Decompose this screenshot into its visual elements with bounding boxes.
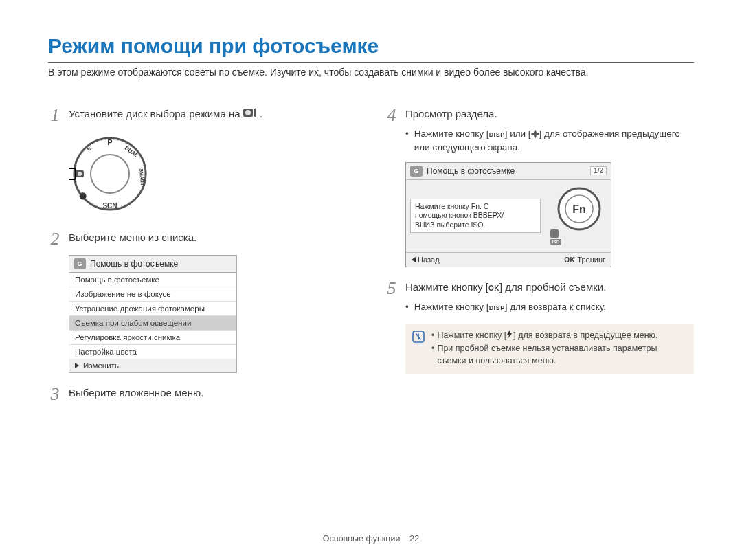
step-1-before: Установите диск выбора режима на	[69, 108, 243, 120]
disp-icon: DISP	[489, 304, 505, 311]
svg-point-12	[78, 172, 82, 176]
screen-pager: 1/2	[590, 166, 607, 175]
bullet-dot	[405, 300, 410, 314]
menu-row: Регулировка яркости снимка	[69, 331, 236, 345]
screen-header-label: Помощь в фотосъемке	[427, 166, 515, 176]
screen-body: Нажмите кнопку Fn. С помощью кнопок ВВВЕ…	[406, 180, 611, 252]
screen-line: помощью кнопок ВВВЕРХ/	[415, 211, 536, 221]
right-column: 4 Просмотр раздела. Нажмите кнопку [DISP…	[385, 94, 694, 403]
s5-after: ] для пробной съемки.	[499, 281, 606, 293]
step-4: 4 Просмотр раздела.	[385, 107, 694, 124]
screen-line: ВНИЗ выберите ISO.	[415, 221, 536, 230]
step-5-bullet: Нажмите кнопку [DISP] для возврата к спи…	[405, 300, 694, 314]
step-1: 1 Установите диск выбора режима на .	[48, 107, 357, 124]
triangle-right-icon	[75, 363, 79, 368]
screen-instruction-text: Нажмите кнопку Fn. С помощью кнопок ВВВЕ…	[410, 199, 541, 234]
step-number: 2	[48, 230, 62, 248]
title-underline	[48, 62, 694, 63]
step-number: 1	[48, 107, 62, 124]
screen-header: G Помощь в фотосъемке 1/2	[406, 163, 611, 180]
screen-footer: Назад OK Тренинг	[406, 252, 611, 267]
s5-bullet-before: Нажмите кнопку [	[414, 302, 489, 312]
note-line-1: Нажмите кнопку [] для возврата в предыду…	[431, 329, 687, 342]
svg-point-1	[245, 110, 251, 115]
triangle-left-icon	[412, 257, 416, 262]
step-5-text: Нажмите кнопку [OK] для пробной съемки.	[405, 280, 606, 295]
note-box: Нажмите кнопку [] для возврата в предыду…	[405, 324, 694, 374]
screen-train-label: Тренинг	[577, 256, 605, 264]
menu-row-selected: Съемка при слабом освещении	[69, 316, 236, 331]
note-l1-after: ] для возврата в предыдущее меню.	[513, 331, 657, 340]
screen-line: Нажмите кнопку Fn. С	[415, 202, 536, 212]
bullet-dot	[405, 127, 410, 155]
screen-fn-graphic: Fn ISO	[545, 184, 607, 248]
step-4-text: Просмотр раздела.	[405, 107, 497, 122]
s4-bullet-mid: ] или [	[505, 128, 531, 139]
step-5: 5 Нажмите кнопку [OK] для пробной съемки…	[385, 280, 694, 298]
menu-footer: Изменить	[69, 359, 236, 372]
svg-point-4	[91, 155, 129, 193]
step-4-bullet: Нажмите кнопку [DISP] или [] для отображ…	[405, 127, 694, 155]
menu-list-screenshot: G Помощь в фотосъемке Помощь в фотосъемк…	[69, 255, 237, 373]
ok-icon: OK	[488, 284, 499, 292]
step-3-text: Выберите вложенное меню.	[69, 385, 203, 401]
svg-text:P: P	[107, 138, 112, 146]
macro-flower-icon	[531, 130, 539, 138]
footer-page: 22	[409, 534, 419, 544]
step-number: 4	[385, 107, 398, 124]
screen-back-label: Назад	[418, 256, 440, 264]
menu-row: Помощь в фотосъемке	[69, 273, 236, 287]
mode-dial-illustration: P DUAL SMART SCN ⬤ ↯	[69, 133, 357, 218]
s5-before: Нажмите кнопку [	[405, 281, 488, 293]
step-2: 2 Выберите меню из списка.	[48, 230, 357, 248]
flash-icon	[506, 329, 513, 341]
s5-bullet-after: ] для возврата к списку.	[505, 302, 606, 312]
menu-row: Настройка цвета	[69, 345, 236, 359]
page-title: Режим помощи при фотосъемке	[48, 34, 694, 62]
s4-bullet-before: Нажмите кнопку [	[414, 128, 489, 139]
disp-icon: DISP	[489, 131, 505, 138]
ok-icon: OK	[564, 256, 575, 264]
note-l1-before: Нажмите кнопку [	[437, 331, 506, 340]
note-list: Нажмите кнопку [] для возврата в предыду…	[431, 329, 687, 367]
menu-row: Изображение не в фокусе	[69, 287, 236, 302]
svg-text:⬤: ⬤	[79, 192, 87, 200]
intro-text: В этом режиме отображаются советы по съе…	[48, 67, 694, 78]
step-number: 5	[385, 280, 398, 298]
menu-header: G Помощь в фотосъемке	[69, 256, 236, 273]
guide-mode-icon	[243, 107, 257, 123]
svg-text:ISO: ISO	[552, 240, 560, 244]
page-footer: Основные функции 22	[0, 534, 742, 544]
menu-header-label: Помощь в фотосъемке	[90, 259, 178, 269]
footer-section: Основные функции	[323, 534, 401, 544]
svg-text:SCN: SCN	[102, 202, 117, 210]
note-l2-text: При пробной съемке нельзя устанавливать …	[437, 342, 687, 367]
guide-icon: G	[410, 166, 423, 177]
step-1-text: Установите диск выбора режима на .	[69, 107, 262, 122]
guide-icon: G	[74, 258, 86, 269]
step-1-after: .	[260, 108, 262, 120]
step-3: 3 Выберите вложенное меню.	[48, 385, 357, 403]
menu-row: Устранение дрожания фотокамеры	[69, 302, 236, 316]
menu-footer-label: Изменить	[83, 361, 119, 370]
step-2-text: Выберите меню из списка.	[69, 230, 196, 246]
step-number: 3	[48, 385, 62, 403]
guide-screen-preview: G Помощь в фотосъемке 1/2 Нажмите кнопку…	[405, 162, 611, 267]
left-column: 1 Установите диск выбора режима на .	[48, 94, 357, 403]
note-line-2: При пробной съемке нельзя устанавливать …	[431, 342, 687, 367]
svg-text:Fn: Fn	[572, 203, 586, 215]
note-info-icon	[412, 331, 425, 367]
svg-rect-17	[550, 229, 559, 238]
